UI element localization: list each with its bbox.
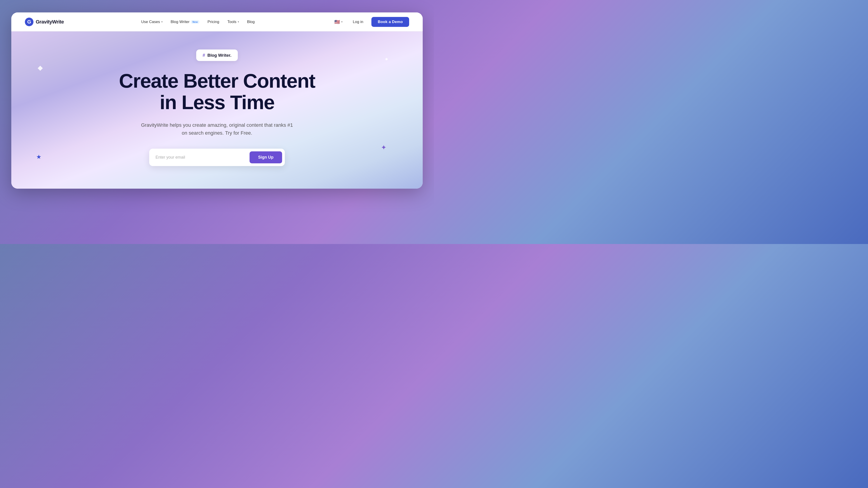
flag-icon: 🇺🇸 [334,19,340,25]
nav-item-tools[interactable]: Tools ▾ [227,20,239,24]
tag-label: Blog Writer. [207,53,231,58]
logo-text: GravityWrite [36,19,64,25]
new-badge: New [191,20,199,24]
nav-item-blog[interactable]: Blog [247,20,255,24]
logo-link[interactable]: G GravityWrite [25,18,64,26]
nav-links: Use Cases ▾ Blog Writer New Pricing Tool… [141,20,255,24]
gravitywrite-logo-icon: G [25,18,33,26]
nav-item-use-cases[interactable]: Use Cases ▾ [141,20,162,24]
hero-title-line2: in Less Time [160,91,274,113]
email-input[interactable] [156,154,250,161]
nav-item-pricing[interactable]: Pricing [208,20,219,24]
chevron-down-icon: ▾ [161,21,162,23]
svg-text:G: G [27,19,31,25]
decorative-dot [385,58,388,60]
decorative-star: ★ [36,153,41,160]
decorative-diamond [38,66,43,71]
signup-button[interactable]: Sign Up [250,151,282,163]
chevron-down-icon: ▾ [341,21,342,23]
navbar: G GravityWrite Use Cases ▾ Blog Writer N… [11,12,423,31]
chevron-down-icon: ▾ [238,21,239,23]
language-selector[interactable]: 🇺🇸 ▾ [332,18,345,26]
tag-pill: # Blog Writer. [196,50,238,61]
page-wrapper: G GravityWrite Use Cases ▾ Blog Writer N… [11,12,423,189]
decorative-plus: ✦ [381,143,386,151]
nav-item-blog-writer[interactable]: Blog Writer New [170,20,199,24]
nav-right: 🇺🇸 ▾ Log in Book a Demo [332,17,409,27]
hero-title-line1: Create Better Content [119,70,315,92]
hero-subtitle: GravityWrite helps you create amazing, o… [138,121,296,137]
login-button[interactable]: Log in [349,18,367,26]
book-demo-button[interactable]: Book a Demo [371,17,409,27]
email-form: Sign Up [149,149,285,166]
hero-section: ★ ✦ # Blog Writer. Create Better Content… [11,31,423,189]
tag-hash-icon: # [203,53,205,58]
hero-title: Create Better Content in Less Time [119,70,315,113]
